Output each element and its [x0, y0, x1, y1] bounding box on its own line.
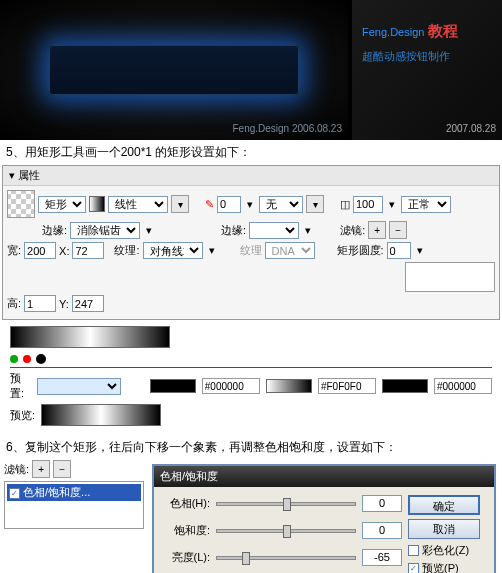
preview-panel-right: Feng.Design教程 超酷动感按钮制作 2007.08.28: [352, 0, 502, 140]
remove-filter-button[interactable]: −: [53, 460, 71, 478]
roundness-label: 矩形圆度:: [337, 243, 384, 258]
blend-mode-select[interactable]: 正常: [401, 196, 451, 213]
y-label: Y:: [59, 298, 69, 310]
connector-line: [10, 367, 492, 368]
tutorial-title: Feng.Design教程: [362, 22, 492, 41]
color-stop-3[interactable]: [382, 379, 428, 393]
properties-title[interactable]: ▾ 属性: [3, 166, 499, 186]
width-input[interactable]: [24, 242, 56, 259]
edge-label-2: 边缘:: [221, 223, 246, 238]
stroke-style-select[interactable]: 无: [259, 196, 303, 213]
lightness-slider[interactable]: [216, 556, 356, 560]
fill-options-icon[interactable]: ▾: [171, 195, 189, 213]
gradient-preview-large: [41, 404, 161, 426]
gradient-preview-bar[interactable]: [10, 326, 170, 348]
stroke-width-input[interactable]: [217, 196, 241, 213]
colorize-checkbox[interactable]: [408, 545, 419, 556]
preview-caption: Feng.Design 2006.08.23: [232, 123, 342, 134]
hue-slider[interactable]: [216, 502, 356, 506]
preview-label: 预览(P): [422, 561, 459, 573]
tutorial-date: 2007.08.28: [446, 123, 496, 134]
dialog-title: 色相/饱和度: [154, 466, 494, 487]
stop-indicator[interactable]: [36, 354, 46, 364]
y-input[interactable]: [72, 295, 104, 312]
step-5-text: 5、用矩形工具画一个200*1 的矩形设置如下：: [0, 140, 502, 165]
x-label: X:: [59, 245, 69, 257]
filter-list[interactable]: [405, 262, 495, 292]
fill-color-swatch[interactable]: [89, 196, 105, 212]
preview-label: 预览:: [10, 408, 35, 423]
edge-label: 边缘:: [42, 223, 67, 238]
opacity-icon: ◫: [340, 198, 350, 211]
roundness-input[interactable]: [387, 242, 411, 259]
width-label: 宽:: [7, 243, 21, 258]
preset-select[interactable]: [37, 378, 121, 395]
cancel-button[interactable]: 取消: [408, 519, 480, 539]
fill-preview-swatch[interactable]: [7, 190, 35, 218]
stroke-options-icon[interactable]: ▾: [306, 195, 324, 213]
add-filter-button[interactable]: +: [368, 221, 386, 239]
pencil-icon[interactable]: ✎: [205, 198, 214, 211]
texture-dna-select: DNA: [265, 242, 315, 259]
height-input[interactable]: [24, 295, 56, 312]
filter-picker: 滤镜: + − ✓ 色相/饱和度...: [4, 460, 144, 573]
edge-select[interactable]: 消除锯齿: [70, 222, 140, 239]
hue-saturation-dialog: 色相/饱和度 色相(H): 0 饱和度: 0 亮度(L): -65: [152, 464, 496, 573]
filter-item-selected[interactable]: ✓ 色相/饱和度...: [7, 484, 141, 501]
texture-select[interactable]: 对角线1: [143, 242, 203, 259]
remove-filter-button[interactable]: −: [389, 221, 407, 239]
saturation-slider[interactable]: [216, 529, 356, 533]
opacity-input[interactable]: [353, 196, 383, 213]
shape-type-select[interactable]: 矩形: [38, 196, 86, 213]
stepper-icon[interactable]: ▾: [386, 198, 398, 211]
lightness-value[interactable]: -65: [362, 549, 402, 566]
saturation-label: 饱和度:: [162, 523, 210, 538]
ok-button[interactable]: 确定: [408, 495, 480, 515]
texture-label: 纹理:: [114, 243, 139, 258]
preview-checkbox[interactable]: ✓: [408, 563, 419, 573]
height-label: 高:: [7, 296, 21, 311]
colorize-label: 彩色化(Z): [422, 543, 469, 558]
color-value-1[interactable]: [202, 378, 260, 394]
filter-label: 滤镜:: [340, 223, 365, 238]
fill-type-select[interactable]: 线性: [108, 196, 168, 213]
saturation-value[interactable]: 0: [362, 522, 402, 539]
preset-label: 预置:: [10, 371, 31, 401]
x-input[interactable]: [72, 242, 104, 259]
stepper-icon[interactable]: ▾: [244, 198, 256, 211]
tutorial-subtitle: 超酷动感按钮制作: [362, 49, 492, 64]
hue-value[interactable]: 0: [362, 495, 402, 512]
hue-label: 色相(H):: [162, 496, 210, 511]
preview-panel-left: Feng.Design 2006.08.23: [0, 0, 348, 140]
properties-panel: ▾ 属性 矩形 线性 ▾ ✎ ▾ 无 ▾ ◫ ▾ 正常 边缘: 消除锯齿 ▾: [2, 165, 500, 320]
color-value-3[interactable]: [434, 378, 492, 394]
color-stop-1[interactable]: [150, 379, 196, 393]
edge-select-2[interactable]: [249, 222, 299, 239]
step-6-text: 6、复制这个矩形，往后向下移一个象素，再调整色相饱和度，设置如下：: [0, 435, 502, 460]
filter-list-box[interactable]: ✓ 色相/饱和度...: [4, 481, 144, 529]
stop-indicator[interactable]: [10, 355, 18, 363]
lightness-label: 亮度(L):: [162, 550, 210, 565]
color-stop-2[interactable]: [266, 379, 312, 393]
add-filter-button[interactable]: +: [32, 460, 50, 478]
color-value-2[interactable]: [318, 378, 376, 394]
glow-button-preview: [49, 45, 299, 95]
stop-indicator[interactable]: [23, 355, 31, 363]
